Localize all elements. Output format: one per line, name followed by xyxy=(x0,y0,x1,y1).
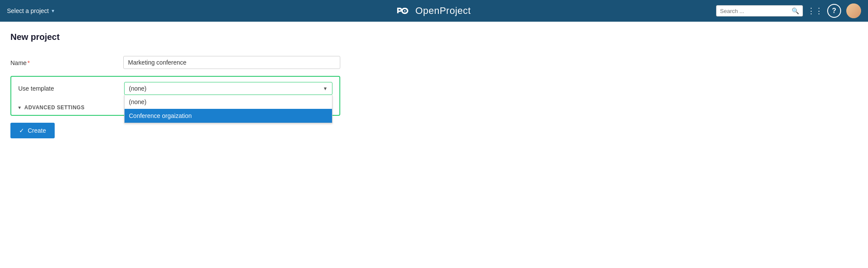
page-title: New project xyxy=(10,32,858,42)
apps-button[interactable]: ⋮⋮ xyxy=(808,4,822,18)
use-template-label: Use template xyxy=(18,85,124,92)
checkmark-icon: ✓ xyxy=(19,127,24,134)
name-field-row: Name* xyxy=(10,56,340,69)
template-dropdown-menu: (none) Conference orgaization xyxy=(124,95,332,123)
advanced-settings-chevron-icon: ▾ xyxy=(18,105,21,111)
help-button[interactable]: ? xyxy=(827,4,841,18)
advanced-settings-label: ADVANCED SETTINGS xyxy=(24,105,85,111)
select-project-dropdown[interactable]: Select a project ▾ xyxy=(7,7,54,14)
project-name-input[interactable] xyxy=(123,56,340,69)
user-avatar[interactable] xyxy=(846,3,861,18)
select-project-label: Select a project xyxy=(7,7,49,14)
help-icon: ? xyxy=(832,7,836,15)
create-button[interactable]: ✓ Create xyxy=(10,123,55,138)
template-dropdown-arrow-icon: ▼ xyxy=(323,86,328,91)
required-indicator: * xyxy=(27,59,30,66)
avatar-image xyxy=(846,3,861,18)
global-search-box[interactable]: 🔍 xyxy=(716,5,803,16)
header-right-actions: 🔍 ⋮⋮ ? xyxy=(716,3,861,18)
app-header: Select a project ▾ OpenProject 🔍 ⋮⋮ ? xyxy=(0,0,868,22)
name-label: Name* xyxy=(10,56,123,66)
openproject-logo-icon xyxy=(397,6,411,16)
new-project-form: Name* Use template (none) ▼ (none) Confe… xyxy=(10,56,340,138)
use-template-row: Use template (none) ▼ (none) Conference … xyxy=(11,77,339,100)
search-input[interactable] xyxy=(720,8,789,14)
template-section: Use template (none) ▼ (none) Conference … xyxy=(10,76,340,116)
main-content: New project Name* Use template (none) ▼ xyxy=(0,22,868,268)
template-option-none[interactable]: (none) xyxy=(125,95,332,109)
create-button-label: Create xyxy=(28,127,46,134)
template-selected-value: (none) xyxy=(129,85,146,92)
logo-text: OpenProject xyxy=(415,5,471,16)
template-select-wrapper: (none) ▼ (none) Conference orgaization xyxy=(124,82,332,95)
apps-grid-icon: ⋮⋮ xyxy=(807,6,823,16)
template-select-display[interactable]: (none) ▼ xyxy=(124,82,332,95)
search-icon: 🔍 xyxy=(792,7,799,14)
template-option-conference[interactable]: Conference orgaization xyxy=(125,109,332,123)
select-project-chevron-icon: ▾ xyxy=(52,8,54,14)
logo-area: OpenProject xyxy=(397,5,471,16)
